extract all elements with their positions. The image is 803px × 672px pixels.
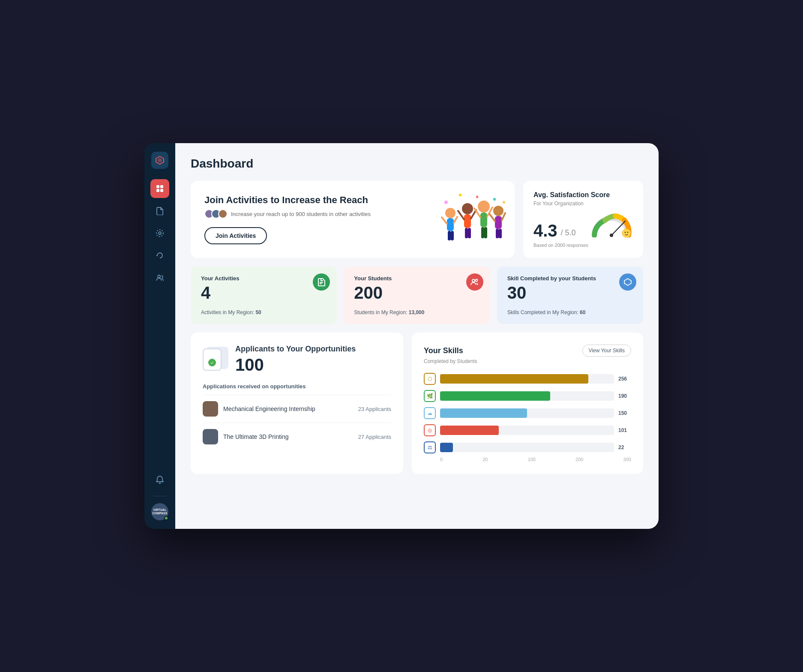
students-value: 200 xyxy=(354,283,479,303)
avatar-stack xyxy=(204,209,228,219)
skills-title: Your Skills xyxy=(424,346,463,355)
applicants-info: Applicants to Your Opportunities 100 xyxy=(235,345,391,375)
applicants-header: ✓ Applicants to Your Opportunities 100 xyxy=(203,345,391,375)
students-region: Students in My Region: 13,000 xyxy=(354,309,479,315)
bar-row-4: ⚖ 22 xyxy=(424,441,631,453)
app-row-1-img xyxy=(203,429,218,444)
page-title: Dashboard xyxy=(191,157,643,171)
satisfaction-subtitle: For Your Organization xyxy=(533,201,633,207)
satisfaction-max: / 5.0 xyxy=(561,228,576,237)
view-skills-button[interactable]: View Your Skills xyxy=(582,345,632,357)
app-icon-front: ✓ xyxy=(203,348,222,371)
activities-label: Your Activities xyxy=(201,275,327,282)
sidebar-avatar[interactable]: VIRTUALCOMPASS xyxy=(151,503,168,520)
sidebar-item-dashboard[interactable] xyxy=(150,179,169,198)
sidebar-item-documents[interactable] xyxy=(150,201,169,220)
main-content: Dashboard Join Activities to Increase th… xyxy=(175,143,659,529)
svg-point-15 xyxy=(462,203,473,214)
satisfaction-score-row: 4.3 / 5.0 xyxy=(533,212,633,239)
sidebar: VIRTUALCOMPASS xyxy=(144,143,175,529)
satisfaction-responses: Based on 2000 responses xyxy=(533,243,633,248)
bar-icon-4: ⚖ xyxy=(424,441,436,453)
bar-track-2 xyxy=(440,408,614,418)
join-activities-button[interactable]: Join Activities xyxy=(204,227,267,244)
sidebar-divider xyxy=(153,496,167,496)
bar-value-3: 101 xyxy=(618,427,631,433)
svg-line-12 xyxy=(454,217,457,223)
svg-rect-22 xyxy=(480,213,487,227)
activities-value: 4 xyxy=(201,283,327,303)
svg-rect-35 xyxy=(493,198,496,201)
svg-rect-4 xyxy=(156,189,159,192)
hero-illustration xyxy=(437,189,506,249)
satisfaction-gauge xyxy=(590,212,633,237)
skills-header: Your Skills View Your Skills xyxy=(424,345,631,357)
svg-rect-34 xyxy=(476,195,479,198)
svg-point-9 xyxy=(445,208,455,218)
axis-label-0: 0 xyxy=(440,457,443,462)
svg-rect-31 xyxy=(496,229,499,238)
axis-label-4: 300 xyxy=(623,457,631,462)
svg-rect-10 xyxy=(447,218,454,231)
bar-track-1 xyxy=(440,391,614,401)
svg-rect-16 xyxy=(464,214,471,228)
avatar-3 xyxy=(218,209,228,219)
skills-stat-region: Skills Completed in My Region: 60 xyxy=(507,309,633,315)
sidebar-item-refresh[interactable] xyxy=(150,246,169,265)
chart-axis: 020100200300 xyxy=(440,457,631,462)
app-row-1-name: The Ultimate 3D Printing xyxy=(223,433,353,440)
hero-card: Join Activities to Increase the Reach In… xyxy=(191,181,515,258)
svg-line-11 xyxy=(442,217,447,224)
svg-rect-5 xyxy=(160,189,163,192)
bar-value-4: 22 xyxy=(618,444,631,450)
svg-point-41 xyxy=(625,232,626,233)
svg-point-46 xyxy=(475,279,477,282)
applicants-list: Mechanical Engineering Internship 23 App… xyxy=(203,395,391,450)
satisfaction-score: 4.3 xyxy=(533,222,557,239)
svg-point-27 xyxy=(493,206,503,216)
svg-rect-28 xyxy=(495,216,502,229)
svg-rect-3 xyxy=(160,185,163,188)
svg-point-37 xyxy=(503,201,505,204)
sidebar-item-settings[interactable] xyxy=(150,224,169,243)
svg-rect-20 xyxy=(468,228,471,238)
applicants-count: 100 xyxy=(235,355,391,375)
skills-stat-value: 30 xyxy=(507,283,633,303)
activities-region: Activities in My Region: 50 xyxy=(201,309,327,315)
sidebar-item-users[interactable] xyxy=(150,268,169,287)
skills-subtitle: Completed by Students xyxy=(424,358,631,364)
bar-fill-1 xyxy=(440,391,550,401)
app-row-0: Mechanical Engineering Internship 23 App… xyxy=(203,395,391,423)
svg-rect-33 xyxy=(458,193,462,197)
skills-stat-icon xyxy=(619,273,636,291)
applicants-received-label: Applications received on opportunities xyxy=(203,383,391,390)
skills-stat-label: Skill Completed by your Students xyxy=(507,275,633,282)
sidebar-logo[interactable] xyxy=(151,152,168,169)
app-check-icon: ✓ xyxy=(208,359,216,366)
axis-label-1: 20 xyxy=(482,457,488,462)
stats-row: Your Activities 4 Activities in My Regio… xyxy=(191,267,643,324)
bottom-row: ✓ Applicants to Your Opportunities 100 A… xyxy=(191,333,643,474)
app-row-1-count: 27 Applicants xyxy=(358,434,391,440)
sidebar-item-bell[interactable] xyxy=(150,470,169,489)
app-row-0-name: Mechanical Engineering Internship xyxy=(223,405,353,412)
bar-row-3: ◎ 101 xyxy=(424,424,631,436)
satisfaction-card: Avg. Satisfaction Score For Your Organiz… xyxy=(523,181,643,258)
bar-icon-1: 🌿 xyxy=(424,390,436,402)
bar-fill-0 xyxy=(440,374,588,384)
activities-icon xyxy=(313,273,330,291)
axis-label-2: 100 xyxy=(528,457,536,462)
bar-fill-4 xyxy=(440,443,453,452)
app-row-0-img xyxy=(203,401,218,417)
skills-bar-chart: ⬡ 256 🌿 190 ☁ 150 ◎ 101 ⚖ 22 xyxy=(424,373,631,453)
bar-track-4 xyxy=(440,443,614,452)
svg-point-40 xyxy=(622,229,631,237)
bar-value-1: 190 xyxy=(618,393,631,399)
avatar-online-dot xyxy=(164,516,168,520)
applicants-card: ✓ Applicants to Your Opportunities 100 A… xyxy=(191,333,403,474)
app-row-0-count: 23 Applicants xyxy=(358,406,391,412)
sidebar-bottom: VIRTUALCOMPASS xyxy=(150,470,169,520)
svg-point-8 xyxy=(158,275,160,278)
svg-marker-47 xyxy=(624,279,631,285)
stat-card-skills: Skill Completed by your Students 30 Skil… xyxy=(497,267,643,324)
